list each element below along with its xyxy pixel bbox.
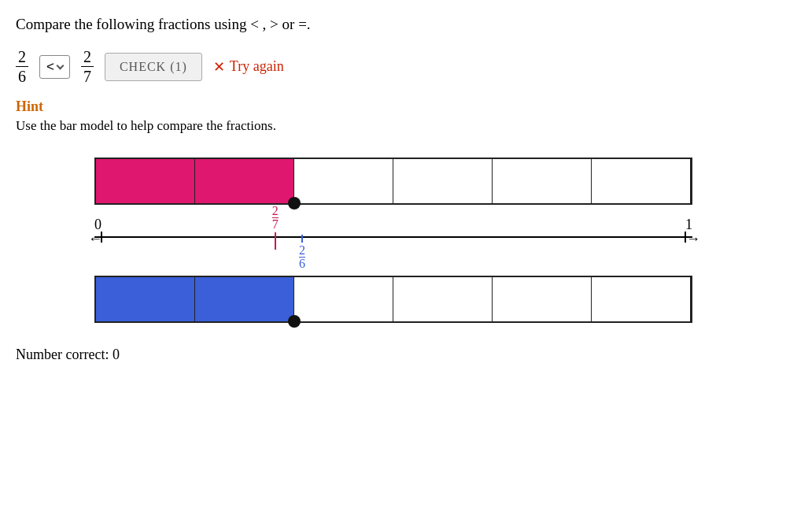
top-bar <box>94 158 692 205</box>
chevron-down-icon <box>56 62 64 70</box>
top-bar-seg-2 <box>195 159 294 203</box>
fraction-right: 2 7 <box>81 47 94 86</box>
marker-2-over-7: 2 7 <box>272 205 279 250</box>
bottom-bar-dot <box>288 315 301 328</box>
bottom-bar-seg-1 <box>96 277 195 321</box>
top-bar-seg-5 <box>493 159 592 203</box>
hint-text: Use the bar model to help compare the fr… <box>16 118 796 134</box>
top-bar-seg-3 <box>294 159 393 203</box>
try-again-message: ✕ Try again <box>213 58 284 76</box>
bottom-bar-seg-5 <box>493 277 592 321</box>
hint-label: Hint <box>16 98 796 115</box>
top-bar-seg-4 <box>393 159 493 203</box>
marker-2-6-label: 2 6 <box>299 244 305 270</box>
top-bar-wrapper <box>94 158 708 205</box>
marker-2-6-tick <box>301 235 303 243</box>
number-line-tick-right <box>685 232 686 243</box>
number-line-right-arrow: → <box>686 231 700 247</box>
try-again-label: Try again <box>230 58 284 75</box>
bottom-bar-seg-3 <box>294 277 393 321</box>
bottom-bar-seg-4 <box>393 277 493 321</box>
bottom-bar-seg-6 <box>592 277 691 321</box>
fraction-left-numerator: 2 <box>16 47 28 67</box>
number-correct: Number correct: 0 <box>16 347 796 363</box>
fraction-left-denominator: 6 <box>16 67 28 86</box>
marker-2-7-label: 2 7 <box>272 205 279 231</box>
comparison-dropdown[interactable]: < <box>39 55 70 79</box>
fraction-right-denominator: 7 <box>81 67 94 86</box>
number-line-wrapper: 0 1 ← → 2 7 2 6 <box>94 205 692 268</box>
number-line <box>94 236 692 238</box>
comparison-value: < <box>46 59 54 75</box>
fraction-comparison-row: 2 6 < 2 7 CHECK (1) ✕ Try again <box>16 47 796 86</box>
marker-2-7-tick <box>275 232 276 250</box>
bottom-bar <box>94 276 692 323</box>
bottom-bar-wrapper <box>94 276 708 323</box>
check-button[interactable]: CHECK (1) <box>105 53 202 81</box>
top-bar-dot <box>288 197 301 210</box>
instruction-text: Compare the following fractions using < … <box>16 16 796 33</box>
bottom-bar-seg-2 <box>195 277 294 321</box>
top-bar-seg-1 <box>96 159 195 203</box>
top-bar-seg-6 <box>592 159 691 203</box>
marker-2-over-6: 2 6 <box>299 235 305 270</box>
bar-model-container: 0 1 ← → 2 7 2 6 <box>94 158 708 323</box>
number-line-tick-left <box>101 232 102 243</box>
fraction-left: 2 6 <box>16 47 28 86</box>
fraction-right-numerator: 2 <box>81 47 94 67</box>
x-icon: ✕ <box>213 58 225 76</box>
